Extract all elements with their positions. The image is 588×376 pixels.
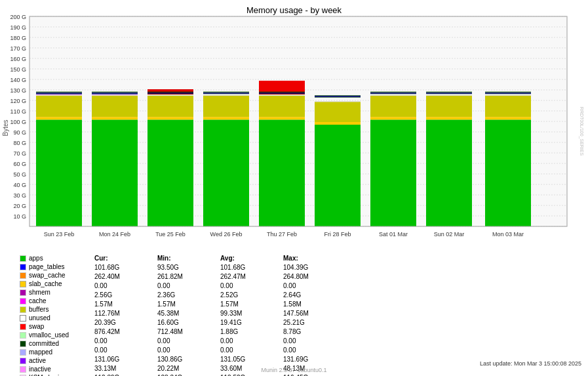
svg-text:100 G: 100 G — [10, 119, 26, 125]
svg-rect-60 — [147, 117, 193, 119]
svg-rect-43 — [36, 117, 82, 119]
legend-label-cache: cache — [29, 297, 47, 304]
svg-text:190 G: 190 G — [10, 24, 26, 31]
svg-text:Fri 28 Feb: Fri 28 Feb — [324, 231, 351, 238]
min-unused: 712.48M — [157, 327, 216, 337]
svg-text:Sun 23 Feb: Sun 23 Feb — [44, 231, 75, 238]
avg-swap: 0.00 — [220, 337, 279, 346]
legend-label-slab-cache: slab_cache — [29, 280, 62, 287]
avg-vmalloc: 0.00 — [220, 346, 279, 355]
svg-rect-67 — [203, 117, 249, 119]
legend-item-apps: apps — [20, 255, 92, 262]
svg-rect-86 — [370, 117, 416, 119]
slab-cache-color — [20, 281, 26, 287]
svg-rect-69 — [203, 94, 249, 95]
svg-text:Sun 02 Mar: Sun 02 Mar — [434, 231, 465, 238]
svg-rect-42 — [36, 119, 82, 226]
cur-vmalloc: 0.00 — [94, 346, 153, 355]
max-shmem: 1.58M — [283, 300, 342, 309]
cur-shmem: 1.57M — [94, 300, 153, 309]
min-committed: 130.86G — [157, 355, 216, 364]
avg-cache: 99.33M — [220, 309, 279, 318]
max-committed: 131.69G — [283, 355, 342, 364]
committed-color — [20, 341, 26, 347]
footer: Munin 2.0.37-1ubuntu0.1 — [0, 367, 588, 373]
legend-item-committed: committed — [20, 340, 92, 347]
svg-rect-92 — [426, 117, 472, 119]
cur-active: 112.89G — [94, 373, 153, 376]
legend-item-shmem: shmem — [20, 289, 92, 296]
max-swap-cache: 0.00 — [283, 282, 342, 291]
legend-label-shmem: shmem — [29, 289, 50, 296]
max-apps: 104.39G — [283, 263, 342, 272]
svg-text:Tue 25 Feb: Tue 25 Feb — [155, 231, 186, 238]
legend-label-unused: unused — [29, 314, 50, 322]
svg-rect-61 — [147, 96, 193, 117]
legend-label-vmalloc: vmalloc_used — [29, 331, 69, 339]
svg-text:50 G: 50 G — [13, 171, 26, 178]
svg-text:Mon 03 Mar: Mon 03 Mar — [492, 231, 524, 238]
swap-color — [20, 324, 26, 330]
apps-color — [20, 255, 26, 262]
max-cache: 147.56M — [283, 309, 342, 318]
cur-apps: 101.68G — [94, 263, 153, 272]
vmalloc-color — [20, 332, 26, 339]
max-vmalloc: 0.00 — [283, 346, 342, 355]
legend-item-swap-cache: swap_cache — [20, 272, 92, 279]
svg-text:90 G: 90 G — [13, 129, 26, 136]
legend-label-swap-cache: swap_cache — [29, 272, 66, 279]
min-header: Min: — [157, 255, 216, 262]
avg-apps: 101.68G — [220, 263, 279, 272]
cur-buffers: 20.39G — [94, 318, 153, 327]
svg-text:160 G: 160 G — [10, 56, 26, 62]
svg-rect-56 — [92, 94, 138, 95]
chart-container: Memory usage - by week — [0, 0, 588, 376]
unused-color — [20, 315, 26, 322]
svg-rect-100 — [485, 94, 531, 95]
svg-rect-52 — [92, 117, 138, 119]
svg-rect-98 — [485, 117, 531, 119]
svg-rect-44 — [36, 96, 82, 117]
legend-label-mapped: mapped — [29, 348, 52, 356]
cur-cache: 112.76M — [94, 309, 153, 318]
max-slab-cache: 2.64G — [283, 291, 342, 300]
svg-rect-74 — [259, 96, 305, 117]
legend-item-swap: swap — [20, 323, 92, 330]
svg-text:140 G: 140 G — [10, 77, 26, 83]
min-active: 108.34G — [157, 373, 216, 376]
legend: apps page_tables swap_cache slab_cache s… — [20, 255, 92, 376]
max-swap: 0.00 — [283, 337, 342, 346]
shmem-color — [20, 289, 26, 296]
cur-header: Cur: — [94, 255, 153, 262]
stats-cur: Cur: 101.68G 262.40M 0.00 2.56G 1.57M 11… — [94, 255, 153, 376]
max-active: 116.45G — [283, 373, 342, 376]
svg-rect-94 — [426, 94, 472, 95]
active-color — [20, 358, 26, 364]
svg-text:120 G: 120 G — [10, 98, 26, 104]
avg-swap-cache: 0.00 — [220, 282, 279, 291]
svg-text:30 G: 30 G — [13, 192, 26, 199]
cur-committed: 131.06G — [94, 355, 153, 364]
svg-rect-82 — [315, 101, 361, 102]
svg-text:Bytes: Bytes — [2, 119, 9, 136]
svg-rect-81 — [315, 102, 361, 122]
legend-label-committed: committed — [29, 340, 59, 347]
last-update: Last update: Mon Mar 3 15:00:08 2025 — [480, 360, 581, 367]
svg-rect-53 — [92, 96, 138, 117]
svg-rect-66 — [203, 119, 249, 226]
legend-item-buffers: buffers — [20, 306, 92, 313]
stats-max: Max: 104.39G 264.80M 0.00 2.64G 1.58M 14… — [283, 255, 342, 376]
legend-label-active: active — [29, 357, 46, 364]
svg-rect-51 — [92, 119, 138, 226]
buffers-color — [20, 306, 26, 313]
avg-active: 112.52G — [220, 373, 279, 376]
legend-item-slab-cache: slab_cache — [20, 280, 92, 287]
stats-avg: Avg: 101.68G 262.47M 0.00 2.52G 1.57M 99… — [220, 255, 279, 376]
avg-shmem: 1.57M — [220, 300, 279, 309]
svg-rect-59 — [147, 119, 193, 226]
avg-header: Avg: — [220, 255, 279, 262]
svg-text:Mon 24 Feb: Mon 24 Feb — [99, 231, 130, 238]
swap-cache-color — [20, 272, 26, 279]
mapped-color — [20, 349, 26, 356]
svg-rect-75 — [259, 94, 305, 95]
